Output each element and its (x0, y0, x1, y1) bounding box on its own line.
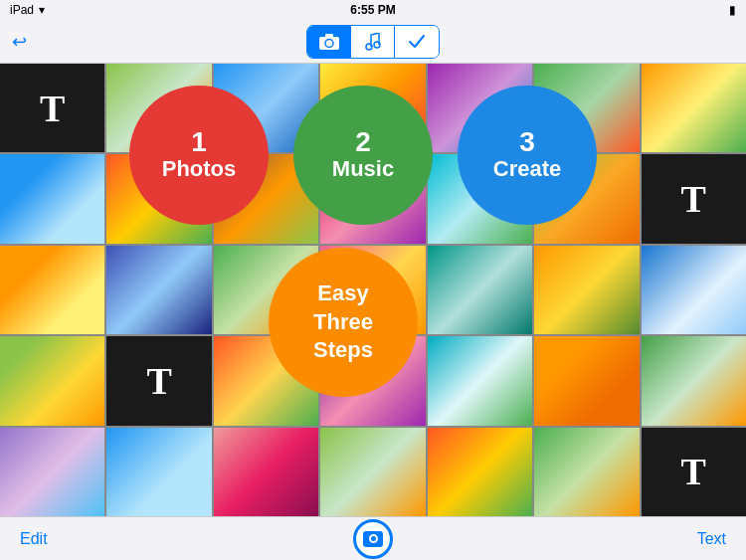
music-tool-button[interactable] (351, 26, 395, 58)
photo-tile[interactable] (106, 428, 211, 516)
wifi-icon: ▾ (39, 3, 45, 17)
music-icon (365, 33, 381, 51)
status-right: ▮ (729, 3, 736, 17)
photo-tile[interactable] (106, 246, 211, 334)
photo-tile[interactable] (642, 336, 746, 425)
t-letter: T (681, 450, 706, 493)
carrier-label: iPad (10, 3, 34, 17)
photo-tile[interactable] (214, 246, 318, 334)
photo-tile[interactable] (106, 154, 211, 243)
photo-tile[interactable] (534, 154, 639, 243)
text-tile[interactable]: T (106, 336, 211, 425)
photo-tile[interactable] (428, 246, 532, 334)
photo-tile[interactable] (428, 154, 532, 243)
photo-tile[interactable] (0, 246, 104, 334)
photo-tile[interactable] (534, 64, 639, 152)
photo-tile[interactable] (534, 246, 639, 334)
photo-tile[interactable] (642, 64, 746, 152)
photo-tile[interactable] (0, 154, 104, 243)
status-left: iPad ▾ (10, 3, 45, 17)
toolbar (306, 25, 440, 59)
check-icon (409, 35, 425, 49)
photo-tile[interactable] (214, 336, 318, 425)
photo-tile[interactable] (320, 428, 425, 516)
check-tool-button[interactable] (395, 26, 439, 58)
photo-tile[interactable] (214, 64, 318, 152)
battery-icon: ▮ (729, 3, 736, 17)
photo-tile[interactable] (642, 246, 746, 334)
text-button[interactable]: Text (697, 530, 726, 548)
camera-lens-icon (369, 534, 378, 543)
photo-tile[interactable] (0, 428, 104, 516)
photo-tile[interactable] (214, 154, 318, 243)
nav-bar: ↩ (0, 20, 746, 64)
photo-tile[interactable] (214, 428, 318, 516)
status-bar: iPad ▾ 6:55 PM ▮ (0, 0, 746, 20)
photo-tile[interactable] (0, 336, 104, 425)
photo-tile[interactable] (320, 246, 425, 334)
time-display: 6:55 PM (350, 3, 395, 17)
camera-icon (319, 34, 339, 50)
text-tile[interactable]: T (642, 154, 746, 243)
text-tile[interactable]: T (0, 64, 104, 152)
photo-tile[interactable] (428, 336, 532, 425)
photo-tile[interactable] (320, 336, 425, 425)
bottom-bar: Edit Text (0, 516, 746, 560)
t-letter: T (681, 177, 706, 221)
edit-button[interactable]: Edit (20, 530, 48, 548)
camera-capture-button[interactable] (353, 519, 393, 559)
photo-tile[interactable] (428, 428, 532, 516)
t-letter: T (40, 87, 65, 130)
photo-tile[interactable] (428, 64, 532, 152)
svg-rect-2 (325, 34, 333, 38)
photo-tile[interactable] (534, 428, 639, 516)
camera-tool-button[interactable] (307, 26, 351, 58)
t-letter: T (146, 359, 171, 403)
photo-tile[interactable] (320, 64, 425, 152)
photo-tile[interactable] (534, 336, 639, 425)
back-button[interactable]: ↩ (12, 31, 27, 53)
camera-capture-icon (363, 531, 383, 547)
photo-tile[interactable] (106, 64, 211, 152)
photo-tile[interactable] (320, 154, 425, 243)
photo-grid: T T T T 1 Photos 2 Music (0, 64, 746, 516)
text-tile[interactable]: T (642, 428, 746, 516)
